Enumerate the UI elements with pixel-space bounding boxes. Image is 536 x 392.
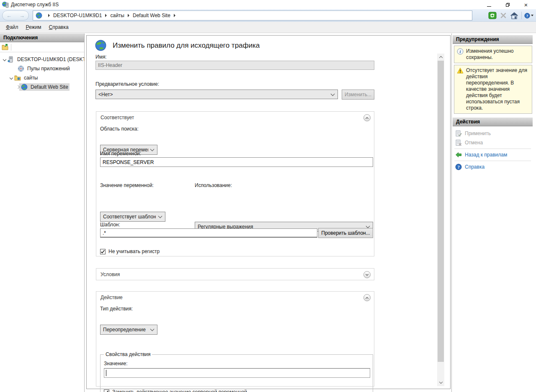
replace-value-label: Заменить действующее значение серверной …: [112, 389, 247, 392]
conditions-section: Условия: [96, 268, 374, 280]
breadcrumb-separator: [174, 14, 175, 17]
action-type-select[interactable]: Переопределение: [100, 325, 157, 335]
back-to-rules-label: Назад к правилам: [465, 152, 507, 158]
action-type-label: Тип действия:: [100, 306, 133, 312]
connections-header: Подключения: [0, 33, 84, 42]
toolbar-separator: [521, 12, 522, 19]
chevron-expanded-icon[interactable]: [3, 58, 6, 61]
ignore-case-checkrow: Не учитывать регистр: [100, 249, 160, 254]
back-forward-group: ← →: [2, 10, 29, 20]
scroll-down-button[interactable]: [437, 379, 444, 386]
svg-text:?: ?: [457, 165, 459, 169]
menu-file[interactable]: Файл: [2, 22, 22, 33]
collapse-down-icon[interactable]: [363, 271, 371, 278]
using-label: Использование:: [195, 182, 232, 188]
breadcrumb-separator: [48, 14, 50, 17]
website-globe-icon: [21, 84, 28, 90]
test-pattern-button[interactable]: Проверить шаблон...: [318, 228, 373, 238]
breadcrumb-server[interactable]: DESKTOP-U1MK9D1: [53, 13, 102, 18]
apply-label: Применить: [465, 131, 491, 136]
scroll-up-button[interactable]: [437, 54, 444, 61]
apply-action: Применить: [453, 129, 533, 138]
back-button[interactable]: ←: [6, 13, 12, 18]
change-precondition-button[interactable]: Изменить...: [342, 90, 374, 100]
ignore-case-checkbox[interactable]: [100, 249, 106, 254]
svg-text:?: ?: [526, 13, 528, 18]
help-label: Справка: [465, 164, 484, 170]
scope-label: Область поиска:: [100, 126, 139, 132]
check-icon: [100, 249, 105, 254]
info-alert-text: Изменения успешно сохранены.: [466, 48, 529, 61]
collapse-up-icon[interactable]: [363, 294, 371, 301]
breadcrumb-sites[interactable]: сайты: [110, 13, 124, 18]
warning-icon: [457, 67, 464, 74]
minimize-icon: [487, 6, 491, 7]
page-title: Изменить правило для исходящего трафика: [113, 41, 260, 50]
chevron-down-icon: [150, 327, 155, 331]
match-section-header[interactable]: Соответствует: [96, 112, 374, 123]
minimize-button[interactable]: [480, 0, 498, 9]
feature-view: Изменить правило для исходящего трафика …: [86, 35, 451, 389]
breadcrumb-separator: [128, 14, 129, 17]
replace-value-checkbox[interactable]: [104, 389, 109, 392]
collapse-up-icon[interactable]: [363, 114, 371, 121]
actions-header: Действия: [453, 118, 533, 126]
help-dropdown-caret: [531, 15, 533, 16]
menu-help[interactable]: Справка: [45, 22, 72, 33]
iis-app-icon: [2, 1, 9, 8]
home-button[interactable]: [510, 11, 519, 20]
chevron-down-icon: [331, 92, 335, 96]
title-bar: Диспетчер служб IIS ×: [0, 0, 536, 9]
panel-divider: [451, 33, 452, 392]
conditions-section-header[interactable]: Условия: [96, 269, 374, 280]
variable-value-select[interactable]: Соответствует шаблону: [100, 212, 165, 222]
tree-node-sites[interactable]: сайты: [0, 73, 84, 82]
match-header-label: Соответствует: [100, 115, 134, 120]
sites-folder-icon: [14, 74, 21, 81]
page-globe-icon: [95, 40, 106, 51]
help-circle-icon: ?: [455, 164, 462, 170]
breadcrumb-default-web-site[interactable]: Default Web Site: [133, 13, 170, 18]
cancel-icon: [455, 139, 462, 146]
navigation-bar: ← → DESKTOP-U1MK9D1 сайты Default Web Si…: [0, 9, 536, 22]
close-icon: ×: [524, 2, 528, 8]
tree-label-app-pools: Пулы приложений: [26, 65, 71, 72]
action-value-input[interactable]: [104, 368, 370, 378]
vertical-scrollbar[interactable]: [437, 54, 444, 386]
precondition-select[interactable]: <Нет>: [95, 90, 338, 99]
text-caret: [106, 370, 106, 376]
scrollbar-thumb[interactable]: [438, 61, 444, 362]
help-action[interactable]: ? Справка: [453, 162, 533, 172]
toolbar-separator: [11, 44, 11, 51]
action-properties-group: Свойства действия Значение: Заменить дей…: [100, 354, 373, 392]
save-connection-icon[interactable]: [2, 44, 8, 51]
restart-button[interactable]: [488, 11, 497, 20]
pattern-input[interactable]: [100, 228, 317, 238]
restore-button[interactable]: [498, 0, 517, 9]
variable-name-input[interactable]: [100, 157, 373, 167]
chevron-down-icon: [366, 224, 370, 228]
help-button[interactable]: ?: [524, 11, 533, 20]
match-section: Соответствует Область поиска: Серверная …: [96, 111, 374, 256]
tree-node-server[interactable]: DESKTOP-U1MK9D1 (DESKTOP: [0, 55, 84, 64]
precondition-label: Предварительное условие:: [95, 81, 159, 87]
scroll-down-icon: [439, 380, 442, 384]
tree-node-default-web-site[interactable]: Default Web Site: [0, 82, 84, 92]
forward-button[interactable]: →: [19, 13, 25, 18]
chevron-down-icon: [158, 214, 162, 218]
variable-name-label: Имя переменной:: [100, 151, 141, 156]
back-to-rules-action[interactable]: Назад к правилам: [453, 150, 533, 159]
close-button[interactable]: ×: [517, 0, 535, 9]
chevron-expanded-icon[interactable]: [10, 76, 13, 79]
connections-panel: Подключения DESKTOP-U1MK9D1 (DESKTOP: [0, 33, 85, 392]
action-section-header[interactable]: Действие: [96, 292, 374, 303]
action-properties-legend: Свойства действия: [104, 351, 152, 357]
breadcrumb-separator: [105, 14, 107, 17]
tree-label-server: DESKTOP-U1MK9D1 (DESKTOP: [16, 56, 84, 63]
pattern-label: Шаблон:: [100, 222, 120, 228]
menu-view[interactable]: Режим: [22, 22, 45, 33]
tree-node-app-pools[interactable]: Пулы приложений: [0, 64, 84, 73]
address-bar[interactable]: DESKTOP-U1MK9D1 сайты Default Web Site: [33, 10, 472, 20]
stop-button[interactable]: [499, 11, 508, 20]
app-pools-icon: [18, 65, 24, 72]
